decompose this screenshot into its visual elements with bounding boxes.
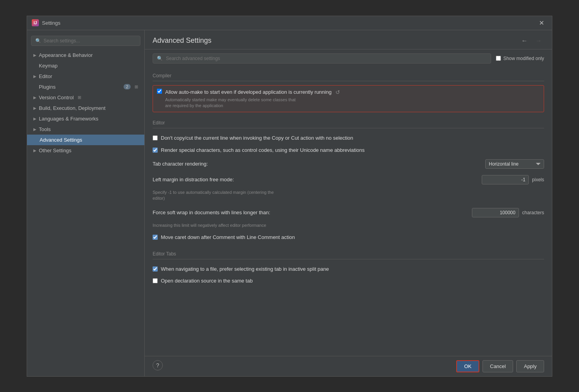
nav-arrows: ← → — [519, 36, 544, 45]
soft-wrap-description: Increasing this limit will negatively af… — [153, 222, 544, 228]
sidebar-item-plugins[interactable]: Plugins 2 ⊞ — [27, 82, 144, 92]
prefer-existing-label[interactable]: When navigating to a file, prefer select… — [161, 266, 329, 273]
sidebar-item-label: Other Settings — [39, 148, 71, 153]
chevron-right-icon: ▶ — [33, 95, 36, 100]
left-margin-label: Left margin in distraction free mode: — [153, 177, 270, 182]
copy-cut-label[interactable]: Don't copy/cut the current line when inv… — [161, 135, 353, 142]
settings-window: IJ Settings ✕ 🔍 ▶ Appearance & Behavior … — [27, 16, 552, 377]
render-special-checkbox[interactable] — [153, 148, 158, 153]
auto-make-checkbox[interactable] — [157, 89, 162, 94]
show-modified-container[interactable]: Show modified only — [496, 56, 544, 61]
sidebar-search-input[interactable] — [44, 38, 136, 44]
left-margin-description: Specify -1 to use automatically calculat… — [153, 190, 544, 202]
left-margin-row: Left margin in distraction free mode: pi… — [153, 172, 544, 205]
forward-arrow[interactable]: → — [533, 36, 544, 45]
sidebar-item-label: Languages & Frameworks — [39, 116, 98, 122]
sidebar-item-tools[interactable]: ▶ Tools — [27, 124, 144, 135]
open-declaration-label[interactable]: Open declaration source in the same tab — [161, 277, 253, 284]
settings-search-input[interactable] — [166, 56, 487, 61]
plugins-badge: 2 — [124, 84, 131, 89]
left-margin-description-container: Specify -1 to use automatically calculat… — [153, 188, 544, 202]
chevron-right-icon: ▶ — [33, 117, 36, 121]
left-margin-control: pixels — [482, 175, 544, 184]
window-title: Settings — [42, 20, 536, 26]
open-declaration-checkbox[interactable] — [153, 278, 158, 283]
search-icon: 🔍 — [35, 38, 41, 44]
reset-icon[interactable]: ↺ — [335, 89, 340, 95]
sidebar-item-appearance[interactable]: ▶ Appearance & Behavior — [27, 50, 144, 60]
back-arrow[interactable]: ← — [519, 36, 530, 45]
close-button[interactable]: ✕ — [536, 18, 547, 28]
sidebar-item-label: Appearance & Behavior — [39, 52, 93, 58]
settings-search-bar[interactable]: 🔍 — [153, 53, 491, 64]
page-title: Advanced Settings — [153, 36, 211, 45]
grid-icon: ⊞ — [78, 95, 81, 100]
sidebar-item-languages[interactable]: ▶ Languages & Frameworks — [27, 113, 144, 124]
editor-tabs-title: Editor Tabs — [153, 251, 544, 259]
editor-section-title: Editor — [153, 120, 544, 128]
sidebar-item-editor[interactable]: ▶ Editor — [27, 71, 144, 82]
tab-rendering-row: Tab character rendering: Horizontal line… — [153, 156, 544, 172]
chevron-right-icon: ▶ — [33, 53, 36, 57]
sidebar-item-advanced[interactable]: Advanced Settings — [27, 135, 144, 145]
titlebar: IJ Settings ✕ — [27, 16, 552, 30]
prefer-existing-checkbox[interactable] — [153, 266, 158, 272]
main-header: Advanced Settings ← → — [145, 30, 552, 49]
sidebar-search-box[interactable]: 🔍 — [31, 36, 140, 46]
app-icon: IJ — [32, 19, 39, 26]
editor-section: Editor Don't copy/cut the current line w… — [153, 120, 544, 243]
copy-cut-checkbox[interactable] — [153, 135, 158, 140]
soft-wrap-unit: characters — [522, 210, 544, 215]
main-panel: Advanced Settings ← → 🔍 Show modified on… — [145, 30, 552, 376]
tab-rendering-control: Horizontal line Arrow None — [485, 159, 544, 169]
sidebar-item-label: Keymap — [39, 63, 58, 69]
auto-make-label[interactable]: Allow auto-make to start even if develop… — [165, 89, 331, 96]
sidebar-item-label: Build, Execution, Deployment — [39, 105, 106, 111]
sidebar-item-other[interactable]: ▶ Other Settings — [27, 145, 144, 156]
chevron-right-icon: ▶ — [33, 127, 36, 131]
sidebar-item-label: Plugins — [39, 84, 56, 90]
compiler-section-title: Compiler — [153, 73, 544, 81]
sidebar-item-keymap[interactable]: Keymap — [27, 60, 144, 71]
editor-tabs-section: Editor Tabs When navigating to a file, p… — [153, 251, 544, 287]
cancel-button[interactable]: Cancel — [482, 360, 513, 372]
soft-wrap-label: Force soft wrap in documents with lines … — [153, 210, 270, 215]
sidebar: 🔍 ▶ Appearance & Behavior Keymap ▶ Edito… — [27, 30, 145, 376]
sidebar-item-label: Editor — [39, 73, 52, 79]
left-margin-unit: pixels — [532, 177, 544, 182]
chevron-right-icon: ▶ — [33, 148, 36, 153]
soft-wrap-control: characters — [472, 208, 544, 217]
sidebar-item-label: Tools — [39, 126, 51, 132]
tab-rendering-label: Tab character rendering: — [153, 161, 270, 167]
soft-wrap-input[interactable] — [472, 208, 519, 217]
move-caret-label[interactable]: Move caret down after Comment with Line … — [161, 234, 295, 241]
auto-make-content: Allow auto-make to start even if develop… — [165, 89, 540, 109]
move-caret-checkbox[interactable] — [153, 235, 158, 240]
help-button[interactable]: ? — [153, 360, 163, 370]
search-icon: 🔍 — [157, 56, 163, 61]
auto-make-description: Automatically started make may eventuall… — [165, 97, 540, 109]
toolbar: 🔍 Show modified only — [145, 49, 552, 67]
show-modified-label[interactable]: Show modified only — [503, 56, 544, 61]
compiler-section: Compiler Allow auto-make to start even i… — [153, 73, 544, 113]
content-area: 🔍 ▶ Appearance & Behavior Keymap ▶ Edito… — [27, 30, 552, 376]
footer: ? OK Cancel Apply — [145, 356, 552, 376]
chevron-right-icon: ▶ — [33, 74, 36, 78]
render-special-setting: Render special characters, such as contr… — [153, 144, 544, 156]
grid-icon: ⊞ — [135, 84, 138, 89]
show-modified-checkbox[interactable] — [496, 56, 501, 61]
auto-make-setting: Allow auto-make to start even if develop… — [153, 85, 544, 113]
settings-content: Compiler Allow auto-make to start even i… — [145, 67, 552, 356]
apply-button[interactable]: Apply — [516, 360, 544, 372]
soft-wrap-row: Force soft wrap in documents with lines … — [153, 205, 544, 232]
sidebar-item-label: Version Control — [39, 95, 74, 100]
render-special-label[interactable]: Render special characters, such as contr… — [161, 147, 365, 154]
open-declaration-setting: Open declaration source in the same tab — [153, 275, 544, 287]
tab-rendering-dropdown[interactable]: Horizontal line Arrow None — [485, 159, 544, 169]
sidebar-item-build[interactable]: ▶ Build, Execution, Deployment — [27, 103, 144, 113]
copy-cut-setting: Don't copy/cut the current line when inv… — [153, 132, 544, 144]
left-margin-input[interactable] — [482, 175, 529, 184]
sidebar-item-version-control[interactable]: ▶ Version Control ⊞ — [27, 92, 144, 103]
ok-button[interactable]: OK — [456, 360, 479, 372]
move-caret-setting: Move caret down after Comment with Line … — [153, 232, 544, 243]
